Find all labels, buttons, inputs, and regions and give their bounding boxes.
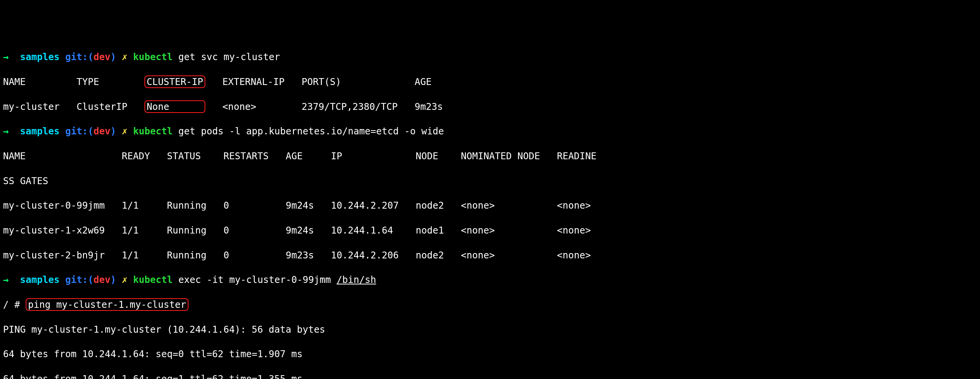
ping-output: 64 bytes from 10.244.1.64: seq=1 ttl=62 … (3, 373, 977, 379)
pod-node: node2 (416, 200, 444, 211)
col-ports: PORT(S) (302, 76, 341, 87)
table-row: my-cluster-1-x2w69 1/1 Running 0 9m24s 1… (3, 224, 977, 237)
col-readine: READINE (557, 150, 597, 162)
highlight-box-clusterip-header: CLUSTER-IP (144, 75, 206, 88)
shell-prompt: / # (3, 299, 26, 310)
pod-ready: 1/1 (122, 200, 139, 211)
pod-ready: 1/1 (122, 225, 139, 236)
git-prefix: git:( (65, 51, 93, 62)
pod-ip: 10.244.1.64 (331, 225, 393, 236)
col-age: AGE (286, 150, 303, 162)
ping-output: PING my-cluster-1.my-cluster (10.244.1.6… (3, 323, 977, 336)
git-suffix: ) (110, 126, 116, 137)
prompt-line-1[interactable]: → samples git:(dev) ✗ kubectl get svc my… (3, 51, 977, 63)
col-ready: READY (122, 150, 150, 162)
pod-nominated: <none> (461, 200, 495, 211)
col-node: NODE (416, 150, 438, 162)
svc-age: 9m23s (415, 101, 443, 112)
pod-name: my-cluster-0-99jmm (3, 200, 105, 211)
col-name: NAME (3, 76, 26, 87)
x-icon: ✗ (122, 126, 128, 137)
col-restarts: RESTARTS (223, 150, 269, 162)
pod-name: my-cluster-2-bn9jr (3, 250, 105, 261)
table-row: my-cluster-0-99jmm 1/1 Running 0 9m24s 1… (3, 199, 977, 212)
shell-command: ping my-cluster-1.my-cluster (28, 299, 186, 310)
pod-restarts: 0 (223, 200, 229, 211)
pod-age: 9m24s (286, 200, 314, 211)
col-name: NAME (3, 150, 26, 162)
git-suffix: ) (110, 274, 116, 285)
pod-status: Running (167, 250, 206, 261)
prompt-line-3[interactable]: → samples git:(dev) ✗ kubectl exec -it m… (3, 274, 977, 286)
prompt-dir: samples (20, 51, 59, 62)
pod-ready: 1/1 (122, 250, 139, 261)
command-rest: get pods -l app.kubernetes.io/name=etcd … (173, 126, 444, 137)
svc-row: my-cluster ClusterIP None <none> 2379/TC… (3, 101, 977, 113)
git-suffix: ) (110, 51, 116, 62)
svc-ports: 2379/TCP,2380/TCP (302, 101, 398, 112)
highlight-box-ping-cmd: ping my-cluster-1.my-cluster (26, 298, 188, 311)
git-prefix: git:( (65, 274, 93, 285)
pod-readine: <none> (557, 200, 591, 211)
col-ip: IP (331, 150, 343, 162)
col-clusterip: CLUSTER-IP (147, 76, 203, 87)
prompt-line-2[interactable]: → samples git:(dev) ✗ kubectl get pods -… (3, 125, 977, 137)
git-branch: dev (93, 126, 110, 137)
pod-nominated: <none> (461, 225, 495, 236)
pod-restarts: 0 (223, 250, 229, 261)
svc-type: ClusterIP (77, 101, 128, 112)
git-prefix: git:( (65, 126, 93, 137)
prompt-dir: samples (20, 274, 59, 285)
col-status: STATUS (167, 150, 201, 162)
prompt-dir: samples (20, 126, 59, 137)
pod-readine: <none> (557, 225, 591, 236)
pod-node: node1 (416, 225, 444, 236)
ss-gates: SS GATES (3, 175, 48, 186)
pods-header-wrap: SS GATES (3, 175, 977, 187)
x-icon: ✗ (122, 274, 128, 285)
pod-restarts: 0 (223, 225, 229, 236)
svc-externalip: <none> (223, 101, 257, 112)
pods-header: NAME READY STATUS RESTARTS AGE IP NODE N… (3, 150, 977, 162)
pod-ip: 10.244.2.207 (331, 200, 399, 211)
command-word: kubectl (133, 274, 172, 285)
svc-clusterip: None (147, 101, 169, 112)
git-branch: dev (93, 51, 110, 62)
command-rest-a: exec -it my-cluster-0-99jmm (173, 274, 337, 285)
highlight-box-clusterip-value: None (144, 100, 206, 113)
pod-readine: <none> (557, 250, 591, 261)
command-rest: get svc my-cluster (173, 51, 280, 62)
table-row: my-cluster-2-bn9jr 1/1 Running 0 9m23s 1… (3, 249, 977, 261)
col-externalip: EXTERNAL-IP (223, 76, 285, 87)
prompt-arrow-icon: → (3, 126, 9, 137)
pod-name: my-cluster-1-x2w69 (3, 225, 105, 236)
git-branch: dev (93, 274, 110, 285)
pod-status: Running (167, 225, 206, 236)
pod-age: 9m23s (286, 250, 314, 261)
pod-ip: 10.244.2.206 (331, 250, 399, 261)
col-age: AGE (415, 76, 431, 87)
prompt-arrow-icon: → (3, 51, 9, 62)
pod-node: node2 (416, 250, 444, 261)
pod-status: Running (167, 200, 206, 211)
command-word: kubectl (133, 126, 172, 137)
x-icon: ✗ (122, 51, 128, 62)
svc-name: my-cluster (3, 101, 60, 112)
shell-prompt-line[interactable]: / # ping my-cluster-1.my-cluster (3, 299, 977, 311)
ping-output: 64 bytes from 10.244.1.64: seq=0 ttl=62 … (3, 348, 977, 360)
col-type: TYPE (77, 76, 99, 87)
pod-age: 9m24s (286, 225, 314, 236)
svc-header: NAME TYPE CLUSTER-IP EXTERNAL-IP PORT(S)… (3, 76, 977, 88)
prompt-arrow-icon: → (3, 274, 9, 285)
pod-nominated: <none> (461, 250, 495, 261)
col-nominated: NOMINATED NODE (461, 150, 540, 162)
command-word: kubectl (133, 51, 172, 62)
command-rest-b: /bin/sh (336, 274, 376, 285)
